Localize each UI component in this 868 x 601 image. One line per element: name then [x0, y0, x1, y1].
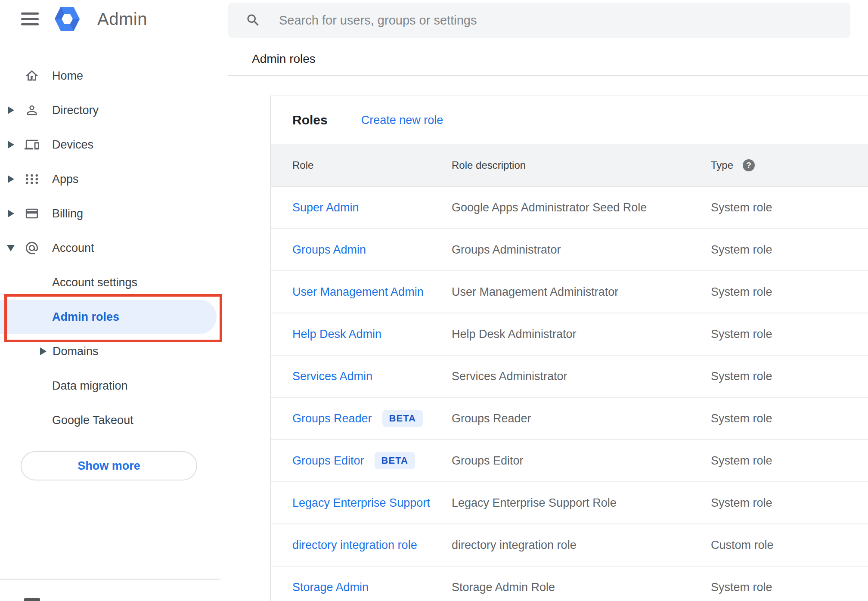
sidebar-item-home[interactable]: Home [0, 59, 228, 93]
sidebar-item-label: Data migration [52, 379, 128, 393]
show-more-button[interactable]: Show more [21, 451, 197, 480]
table-row: User Management AdminUser Management Adm… [271, 271, 868, 313]
role-link[interactable]: Services Admin [292, 370, 372, 383]
role-description-cell: Groups Reader [452, 412, 711, 425]
role-type-text: System role [711, 496, 772, 510]
admin-logo-icon[interactable] [55, 6, 80, 31]
sidebar-item-apps[interactable]: Apps [0, 162, 228, 196]
admin-logo-wordmark[interactable]: Admin [97, 9, 147, 29]
role-link[interactable]: Groups Editor [292, 454, 364, 468]
role-description-cell: Help Desk Administrator [452, 328, 711, 341]
sidebar-item-admin-roles[interactable]: Admin roles [0, 300, 217, 334]
breadcrumb: Admin roles [252, 52, 316, 66]
role-description-cell: Groups Editor [452, 454, 711, 468]
role-type-cell: System role [711, 243, 868, 257]
expand-arrow-icon[interactable] [40, 347, 46, 355]
directory-icon [25, 103, 39, 118]
role-type-cell: System role [711, 370, 868, 383]
sidebar-item-google-takeout[interactable]: Google Takeout [0, 403, 228, 437]
sidebar-item-label: Apps [52, 173, 79, 186]
role-description-text: Help Desk Administrator [452, 328, 577, 341]
sidebar-bottom-divider [0, 579, 220, 580]
apps-icon [25, 172, 39, 186]
table-row: Services AdminServices AdministratorSyst… [271, 356, 868, 398]
role-link[interactable]: Legacy Enterprise Support [292, 496, 430, 510]
sidebar-item-account[interactable]: Account [0, 231, 228, 265]
role-type-cell: System role [711, 581, 868, 594]
role-link[interactable]: User Management Admin [292, 285, 424, 299]
search-icon [245, 12, 261, 28]
sidebar-item-label: Devices [52, 138, 93, 152]
role-description-text: Storage Admin Role [452, 581, 555, 594]
column-header-type-label: Type [711, 159, 733, 171]
role-type-text: System role [711, 454, 772, 468]
create-new-role-link[interactable]: Create new role [361, 114, 443, 127]
table-row: Help Desk AdminHelp Desk AdministratorSy… [271, 313, 868, 356]
hamburger-menu-icon[interactable] [21, 12, 39, 25]
role-description-text: Groups Reader [452, 412, 531, 425]
column-header-role: Role [271, 159, 452, 171]
role-cell: User Management Admin [271, 285, 452, 299]
role-cell: directory integration role [271, 539, 452, 552]
table-row: Groups EditorBETAGroups EditorSystem rol… [271, 440, 868, 482]
sidebar-nav: HomeDirectoryDevicesAppsBillingAccountAc… [0, 59, 228, 437]
role-cell: Groups Admin [271, 243, 452, 257]
role-cell: Storage Admin [271, 581, 452, 594]
sidebar-item-data-migration[interactable]: Data migration [0, 369, 228, 403]
role-type-cell: System role [711, 285, 868, 299]
breadcrumb-divider [228, 75, 868, 76]
sidebar-header: Admin [0, 0, 228, 39]
role-type-cell: System role [711, 454, 868, 468]
expand-arrow-icon[interactable] [8, 106, 14, 114]
table-row: Super AdminGoogle Apps Administrator See… [271, 187, 868, 229]
role-description-cell: Google Apps Administrator Seed Role [452, 201, 711, 214]
role-cell: Help Desk Admin [271, 328, 452, 341]
role-description-cell: Legacy Enterprise Support Role [452, 496, 711, 510]
role-link[interactable]: Super Admin [292, 201, 359, 214]
expand-arrow-icon[interactable] [8, 210, 14, 217]
role-description-text: User Management Administrator [452, 285, 618, 298]
role-type-text: System role [711, 328, 772, 341]
sidebar-item-account-settings[interactable]: Account settings [0, 265, 228, 300]
roles-table-body: Super AdminGoogle Apps Administrator See… [271, 187, 868, 601]
role-type-text: Custom role [711, 539, 774, 552]
role-link[interactable]: directory integration role [292, 539, 417, 552]
role-cell: Groups EditorBETA [271, 452, 452, 469]
role-link[interactable]: Storage Admin [292, 581, 369, 594]
role-type-text: System role [711, 201, 772, 214]
table-row: Groups ReaderBETAGroups ReaderSystem rol… [271, 398, 868, 440]
role-link[interactable]: Help Desk Admin [292, 328, 381, 341]
admin-console-page: Admin HomeDirectoryDevicesAppsBillingAcc… [0, 0, 868, 601]
account-icon [25, 241, 39, 255]
table-header-row: Role Role description Type ? [271, 144, 868, 187]
role-description-cell: directory integration role [452, 539, 711, 552]
roles-panel: Roles Create new role Role Role descript… [270, 96, 868, 601]
role-link[interactable]: Groups Reader [292, 412, 372, 425]
expand-arrow-icon[interactable] [8, 175, 14, 183]
sidebar-item-label: Directory [52, 104, 99, 117]
role-cell: Groups ReaderBETA [271, 410, 452, 427]
expand-arrow-icon[interactable] [8, 141, 14, 149]
sidebar-item-label: Google Takeout [52, 414, 133, 427]
sidebar-item-label: Account settings [52, 276, 137, 289]
role-description-cell: Services Administrator [452, 370, 711, 383]
sidebar-item-domains[interactable]: Domains [0, 334, 228, 369]
role-cell: Services Admin [271, 370, 452, 383]
sidebar-item-directory[interactable]: Directory [0, 93, 228, 127]
beta-badge: BETA [375, 452, 415, 469]
role-description-cell: Storage Admin Role [452, 581, 711, 594]
role-type-cell: Custom role [711, 539, 868, 552]
role-link[interactable]: Groups Admin [292, 243, 366, 257]
help-icon[interactable]: ? [743, 159, 755, 171]
column-header-type: Type ? [711, 159, 868, 171]
search-input[interactable] [279, 13, 796, 28]
sidebar-item-billing[interactable]: Billing [0, 196, 228, 231]
billing-icon [25, 206, 39, 221]
sidebar-item-label: Billing [52, 207, 83, 220]
sidebar-item-devices[interactable]: Devices [0, 127, 228, 162]
column-header-role-description: Role description [452, 159, 711, 171]
role-type-text: System role [711, 285, 772, 299]
collapse-arrow-icon[interactable] [7, 245, 15, 251]
role-type-cell: System role [711, 496, 868, 510]
role-type-cell: System role [711, 412, 868, 425]
